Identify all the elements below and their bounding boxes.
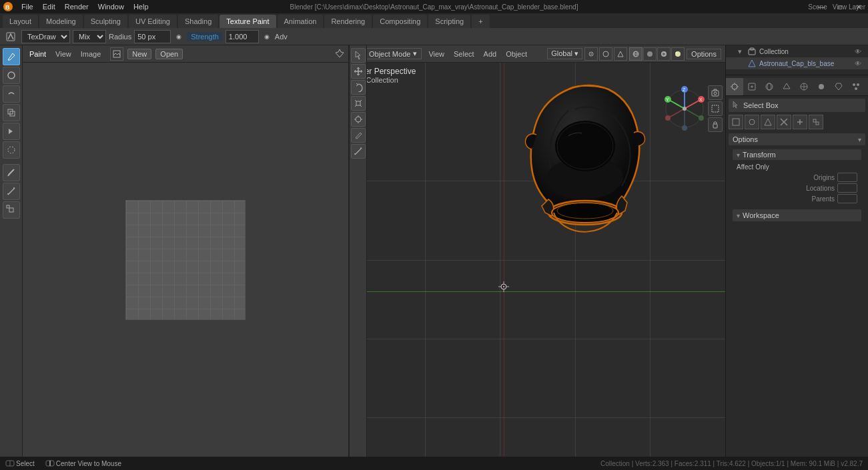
vp-object-menu[interactable]: Object: [503, 49, 530, 59]
svg-rect-75: [733, 119, 739, 125]
viewport-options-btn[interactable]: Options: [687, 49, 721, 59]
vp-rotate-tool[interactable]: [351, 80, 366, 95]
vp-camera-icon[interactable]: [708, 85, 723, 100]
uv-image-tab[interactable]: Image: [78, 49, 104, 59]
strength-label: Strength: [187, 32, 223, 41]
strength-adjust-icon[interactable]: ◉: [262, 33, 272, 41]
vp-scale-tool[interactable]: [351, 96, 366, 111]
tab-modeling[interactable]: Modeling: [39, 15, 83, 28]
svg-point-22: [603, 51, 608, 57]
uv-new-button[interactable]: New: [127, 49, 151, 59]
tool-icon-4[interactable]: [777, 115, 791, 129]
menu-file[interactable]: File: [17, 2, 37, 11]
uv-paint-tab[interactable]: Paint: [27, 49, 49, 59]
tab-scripting[interactable]: Scripting: [428, 15, 470, 28]
uv-image-icon[interactable]: [110, 47, 123, 61]
tab-rendering[interactable]: Rendering: [324, 15, 372, 28]
vp-measure-tool[interactable]: [351, 144, 366, 159]
vp-annotate-tool[interactable]: [351, 128, 366, 143]
solid-shading-btn[interactable]: [643, 47, 657, 61]
menu-window[interactable]: Window: [94, 2, 128, 11]
radius-adjust-icon[interactable]: ◉: [173, 33, 184, 41]
tool-measure[interactable]: [3, 183, 20, 200]
tool-fill[interactable]: [3, 123, 20, 140]
menu-edit[interactable]: Edit: [39, 2, 59, 11]
tool-soften[interactable]: [3, 67, 20, 84]
grid-line: [500, 63, 500, 457]
material-preview-btn[interactable]: [657, 47, 671, 61]
uv-pin-icon[interactable]: [335, 49, 344, 59]
tab-uv-editing[interactable]: UV Editing: [129, 15, 177, 28]
prop-tab-modifier[interactable]: [830, 78, 847, 95]
parents-toggle[interactable]: [837, 194, 857, 203]
prop-tab-render[interactable]: [726, 78, 743, 95]
transform-header[interactable]: ▾ Transform: [733, 149, 861, 160]
wireframe-shading-btn[interactable]: [629, 47, 642, 61]
menu-help[interactable]: Help: [129, 2, 153, 11]
vp-view-menu[interactable]: View: [426, 49, 447, 59]
rendered-shading-btn[interactable]: [671, 47, 685, 61]
workspace-header[interactable]: ▾ Workspace: [733, 209, 861, 221]
tool-icon-3[interactable]: [761, 115, 775, 129]
tree-expand-icon: ▾: [738, 47, 745, 56]
brush-selector[interactable]: TexDraw: [21, 30, 70, 43]
viewport-content[interactable]: User Perspective (1) Collection: [350, 63, 725, 457]
prop-tab-view-layer[interactable]: [761, 78, 778, 95]
radius-input[interactable]: [134, 30, 171, 43]
svg-text:Y: Y: [666, 97, 669, 102]
proportional-edit-icon[interactable]: [599, 47, 612, 61]
vp-add-menu[interactable]: Add: [481, 49, 500, 59]
tool-icon-1[interactable]: [729, 115, 743, 129]
transform-icon[interactable]: [614, 47, 627, 61]
snap-icon[interactable]: [584, 47, 598, 61]
close-button[interactable]: ✕: [849, 0, 868, 13]
tab-compositing[interactable]: Compositing: [373, 15, 427, 28]
tool-icon-6[interactable]: [809, 115, 823, 129]
adv-label[interactable]: Adv: [275, 33, 288, 41]
global-dropdown[interactable]: Global ▾: [547, 48, 582, 59]
collection-visibility-icon[interactable]: 👁: [855, 48, 864, 55]
prop-tab-scene[interactable]: [778, 78, 795, 95]
uv-open-button[interactable]: Open: [155, 49, 183, 59]
tab-texture-paint[interactable]: Texture Paint: [220, 15, 276, 28]
tool-icon-5[interactable]: [793, 115, 807, 129]
svg-point-74: [855, 87, 857, 90]
tree-collection[interactable]: ▾ Collection 👁: [726, 45, 868, 57]
uv-canvas: [23, 63, 348, 457]
uv-view-tab[interactable]: View: [53, 49, 74, 59]
tool-transform[interactable]: [3, 201, 20, 219]
tab-animation[interactable]: Animation: [278, 15, 324, 28]
tab-sculpting[interactable]: Sculpting: [84, 15, 127, 28]
strength-input[interactable]: [226, 30, 259, 43]
vp-transform-tool[interactable]: [351, 112, 366, 127]
prop-tab-particles[interactable]: [847, 78, 865, 95]
maximize-button[interactable]: □: [831, 0, 849, 13]
options-header[interactable]: Options ▾: [729, 133, 865, 145]
blend-mode-selector[interactable]: Mix: [73, 30, 106, 43]
prop-tab-world[interactable]: [795, 78, 813, 95]
vp-render-region-icon[interactable]: [708, 101, 723, 116]
uv-editor: Paint View Image New Open: [23, 45, 350, 457]
tree-astronaut-cap[interactable]: Astronaut_Cap_bls_base 👁: [726, 57, 868, 69]
tool-clone[interactable]: [3, 104, 20, 121]
tool-smear[interactable]: [3, 85, 20, 103]
tab-add[interactable]: +: [472, 15, 489, 28]
tool-draw[interactable]: [3, 48, 20, 65]
object-visibility-icon[interactable]: 👁: [855, 60, 864, 67]
menu-render[interactable]: Render: [61, 2, 93, 11]
vp-select-menu[interactable]: Select: [451, 49, 477, 59]
tool-icon-2[interactable]: [745, 115, 759, 129]
prop-tab-object[interactable]: [813, 78, 830, 95]
origins-toggle[interactable]: [837, 173, 857, 182]
tool-mask[interactable]: [3, 141, 20, 159]
vp-lock-camera-icon[interactable]: [708, 117, 723, 132]
locations-toggle[interactable]: [837, 183, 857, 193]
tab-shading[interactable]: Shading: [178, 15, 218, 28]
minimize-button[interactable]: —: [812, 0, 831, 13]
tool-annotate[interactable]: [3, 164, 20, 181]
svg-point-71: [819, 84, 824, 89]
tab-layout[interactable]: Layout: [3, 15, 38, 28]
vp-cursor-tool[interactable]: [351, 48, 366, 63]
vp-move-tool[interactable]: [351, 64, 366, 79]
prop-tab-output[interactable]: [743, 78, 761, 95]
